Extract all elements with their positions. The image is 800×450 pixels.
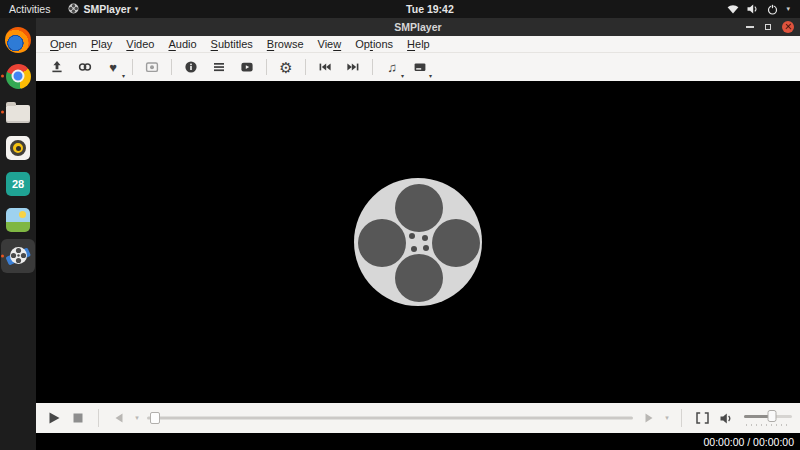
dock-item-firefox[interactable] bbox=[1, 23, 35, 57]
subtitle-track-button[interactable]: ▾ bbox=[407, 55, 433, 79]
minimize-button[interactable] bbox=[746, 26, 754, 28]
menubar: Open Play Video Audio Subtitles Browse V… bbox=[36, 36, 800, 53]
activities-button[interactable]: Activities bbox=[0, 0, 59, 18]
controlbar-separator bbox=[98, 409, 99, 427]
media-info-icon bbox=[183, 59, 199, 75]
clock[interactable]: Tue 19:42 bbox=[398, 0, 462, 18]
play-button[interactable] bbox=[42, 406, 66, 430]
titlebar[interactable]: SMPlayer bbox=[36, 18, 800, 36]
play-icon bbox=[49, 412, 60, 424]
menu-subtitles[interactable]: Subtitles bbox=[204, 36, 260, 53]
open-file-icon bbox=[49, 59, 65, 75]
volume-handle[interactable] bbox=[767, 410, 776, 422]
dock-item-smplayer[interactable] bbox=[1, 239, 35, 273]
status-bar: 00:00:00 / 00:00:00 bbox=[36, 433, 800, 450]
smplayer-icon bbox=[5, 243, 31, 269]
audio-track-icon: ♫ bbox=[387, 61, 397, 74]
dock: 28 bbox=[0, 18, 36, 450]
chevron-down-icon: ▾ bbox=[401, 72, 404, 79]
rewind-icon bbox=[115, 413, 123, 423]
youtube-browser-button[interactable] bbox=[234, 55, 260, 79]
volume-speaker-icon bbox=[720, 413, 733, 424]
maximize-button[interactable] bbox=[765, 24, 771, 30]
playlist-icon bbox=[211, 59, 227, 75]
dock-item-image-viewer[interactable] bbox=[1, 203, 35, 237]
window-title: SMPlayer bbox=[394, 21, 441, 33]
preferences-button[interactable]: ⚙ bbox=[273, 55, 299, 79]
running-indicator bbox=[1, 75, 4, 78]
screenshot-button[interactable] bbox=[139, 55, 165, 79]
previous-track-button[interactable] bbox=[312, 55, 338, 79]
seek-track bbox=[147, 417, 633, 420]
film-reel-logo bbox=[352, 176, 484, 308]
menu-view[interactable]: View bbox=[311, 36, 349, 53]
audio-track-button[interactable]: ♫ ▾ bbox=[379, 55, 405, 79]
rewind-button[interactable] bbox=[107, 406, 131, 430]
wifi-icon bbox=[727, 5, 739, 14]
favorites-heart-icon: ♥ bbox=[109, 61, 117, 74]
toolbar-separator bbox=[372, 59, 373, 75]
files-icon bbox=[6, 105, 30, 123]
dock-item-chrome[interactable] bbox=[1, 59, 35, 93]
chevron-down-icon: ▾ bbox=[429, 72, 432, 79]
playlist-button[interactable] bbox=[206, 55, 232, 79]
chevron-down-icon: ▾ bbox=[122, 72, 125, 79]
menu-options[interactable]: Options bbox=[348, 36, 400, 53]
stop-icon bbox=[73, 413, 83, 423]
youtube-browser-icon bbox=[239, 59, 255, 75]
toolbar-separator bbox=[266, 59, 267, 75]
forward-menu-caret[interactable]: ▾ bbox=[661, 414, 673, 422]
previous-track-icon bbox=[317, 59, 333, 75]
running-indicator bbox=[1, 111, 4, 114]
smplayer-window: SMPlayer Open Play Video Audio Subtitles… bbox=[36, 18, 800, 450]
open-url-icon bbox=[77, 59, 93, 75]
seek-slider[interactable] bbox=[147, 406, 633, 430]
toolbar-separator bbox=[305, 59, 306, 75]
menu-open[interactable]: Open bbox=[43, 36, 84, 53]
dock-item-files[interactable] bbox=[1, 95, 35, 129]
media-info-button[interactable] bbox=[178, 55, 204, 79]
volume-slider[interactable] bbox=[744, 409, 792, 427]
menu-play[interactable]: Play bbox=[84, 36, 119, 53]
control-bar: ▾ ▾ bbox=[36, 403, 800, 433]
desktop: Activities SMPlayer ▾ Tue 19:42 ▾ bbox=[0, 0, 800, 450]
calendar-icon: 28 bbox=[6, 172, 30, 196]
rewind-menu-caret[interactable]: ▾ bbox=[131, 414, 143, 422]
dock-item-calendar[interactable]: 28 bbox=[1, 167, 35, 201]
open-url-button[interactable] bbox=[72, 55, 98, 79]
controlbar-separator bbox=[681, 409, 682, 427]
next-track-icon bbox=[345, 59, 361, 75]
mute-button[interactable] bbox=[714, 406, 738, 430]
menu-browse[interactable]: Browse bbox=[260, 36, 311, 53]
preferences-gear-icon: ⚙ bbox=[279, 60, 292, 75]
system-status-area[interactable]: ▾ bbox=[719, 0, 798, 18]
menu-audio[interactable]: Audio bbox=[161, 36, 203, 53]
stop-button[interactable] bbox=[66, 406, 90, 430]
toolbar-separator bbox=[171, 59, 172, 75]
next-track-button[interactable] bbox=[340, 55, 366, 79]
close-button[interactable] bbox=[782, 21, 794, 33]
fullscreen-button[interactable] bbox=[690, 406, 714, 430]
chevron-down-icon: ▾ bbox=[786, 5, 790, 13]
toolbar: ♥ ▾ ⚙ bbox=[36, 53, 800, 81]
running-indicator bbox=[1, 255, 4, 258]
power-icon bbox=[767, 4, 778, 15]
toolbar-separator bbox=[132, 59, 133, 75]
chrome-icon bbox=[6, 64, 31, 89]
seek-slider-handle[interactable] bbox=[150, 412, 160, 424]
menu-video[interactable]: Video bbox=[119, 36, 161, 53]
subtitle-track-icon bbox=[412, 59, 428, 75]
chevron-down-icon: ▾ bbox=[135, 5, 139, 13]
forward-button[interactable] bbox=[637, 406, 661, 430]
favorites-button[interactable]: ♥ ▾ bbox=[100, 55, 126, 79]
menu-help[interactable]: Help bbox=[400, 36, 437, 53]
volume-ticks bbox=[746, 424, 790, 426]
time-display: 00:00:00 / 00:00:00 bbox=[704, 436, 795, 448]
open-file-button[interactable] bbox=[44, 55, 70, 79]
smplayer-mini-icon bbox=[68, 3, 79, 16]
volume-icon bbox=[747, 4, 759, 14]
dock-item-rhythmbox[interactable] bbox=[1, 131, 35, 165]
video-area[interactable] bbox=[36, 81, 800, 403]
forward-icon bbox=[645, 413, 653, 423]
app-indicator-menu[interactable]: SMPlayer ▾ bbox=[59, 0, 147, 18]
